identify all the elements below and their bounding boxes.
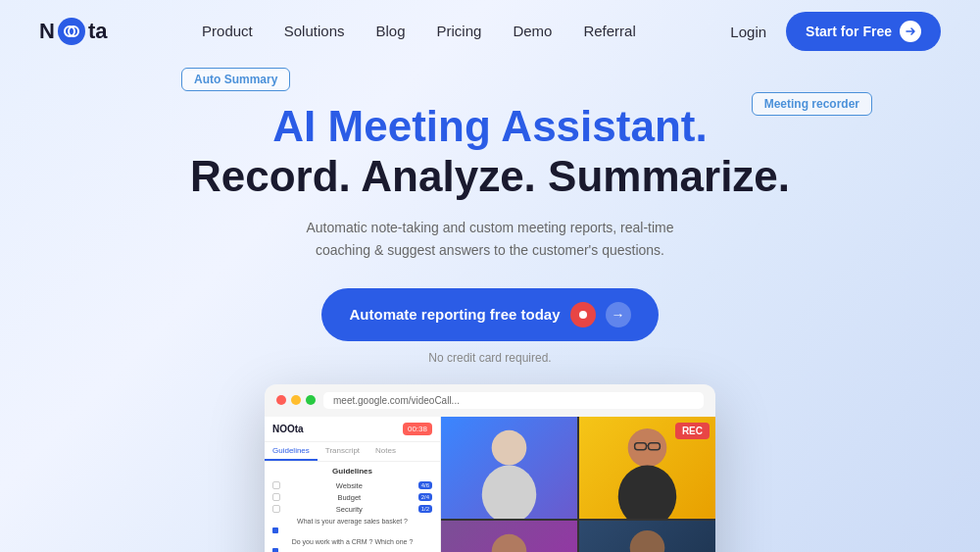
nav-item-pricing[interactable]: Pricing [437,23,482,39]
tab-guidelines[interactable]: Guidelines [265,442,318,461]
hero-subtitle: Automatic note-taking and custom meeting… [279,217,701,261]
hero-title-blue: AI Meeting Assistant. [272,102,707,152]
browser-address-bar: meet.google.com/videoCall... [323,392,704,409]
logo-ta: ta [88,19,108,44]
meeting-recorder-badge: Meeting recorder [752,92,872,116]
video-cell-1 [441,417,577,519]
video-cell-3 [441,521,577,552]
browser-bar: meet.google.com/videoCall... [265,384,715,417]
svg-point-3 [482,465,536,518]
nav-links: Product Solutions Blog Pricing Demo Refe… [202,23,636,40]
start-free-button[interactable]: Start for Free [786,12,941,51]
check-item-website: Website 4/6 [272,481,432,490]
svg-point-8 [618,465,676,518]
automate-label: Automate reporting free today [349,306,560,323]
app-tabs: Guidelines Transcript Notes [265,442,440,462]
hero-title-black: Record. Analyze. Summarize. [190,152,790,202]
check-label-website: Website [284,481,415,490]
app-timer: 00:38 [403,423,432,435]
automate-button[interactable]: Automate reporting free today → [321,288,658,341]
nav-item-solutions[interactable]: Solutions [284,23,345,39]
q-badge-blue-1 [272,527,278,533]
nav-item-blog[interactable]: Blog [375,23,405,39]
navbar: N ta Product Solutions Blog Pricing Demo… [0,0,980,63]
browser-content: NOOta 00:38 Guidelines Transcript Notes … [265,417,715,552]
check-label-budget: Budget [284,493,415,502]
browser-dots [276,395,316,405]
question-text-1: What is your average sales basket ? [272,517,432,526]
logo[interactable]: N ta [39,18,107,45]
auto-summary-badge: Auto Summary [181,68,290,91]
video-panel: REC [441,417,715,552]
check-label-security: Security [284,505,415,514]
tab-transcript[interactable]: Transcript [318,442,368,461]
question-bar-2 [272,548,432,552]
app-section-title: Guidelines [265,462,440,478]
nav-right: Login Start for Free [730,12,941,51]
record-icon [570,302,596,327]
logo-n: N [39,19,55,44]
svg-point-2 [492,430,527,466]
app-panel: NOOta 00:38 Guidelines Transcript Notes … [265,417,441,552]
logo-circle-icon [58,18,85,45]
check-badge-budget: 2/4 [418,493,432,501]
close-dot [276,395,286,405]
question-bar-1 [272,527,432,533]
svg-point-9 [492,534,527,552]
hero-section: Auto Summary Meeting recorder AI Meeting… [0,63,980,552]
svg-point-11 [630,530,665,552]
video-cell-4 [579,521,715,552]
arrow-right-icon: → [606,302,631,327]
tab-notes[interactable]: Notes [368,442,404,461]
question-1: What is your average sales basket ? [272,517,432,533]
maximize-dot [306,395,316,405]
minimize-dot [291,395,301,405]
nav-item-demo[interactable]: Demo [513,23,552,39]
app-logo-small: NOOta [272,424,304,434]
question-2: Do you work with a CRM ? Which one ? [272,537,432,552]
rec-badge: REC [675,423,710,439]
checkbox-security[interactable] [272,505,280,513]
check-item-security: Security 1/2 [272,505,432,514]
no-credit-text: No credit card required. [428,351,551,365]
app-header: NOOta 00:38 [265,417,440,442]
arrow-right-icon [900,21,921,42]
question-text-2: Do you work with a CRM ? Which one ? [272,537,432,546]
login-link[interactable]: Login [730,24,766,40]
check-badge-website: 4/6 [418,481,432,489]
browser-mockup: meet.google.com/videoCall... NOOta 00:38… [265,384,715,552]
check-item-budget: Budget 2/4 [272,493,432,502]
nav-item-product[interactable]: Product [202,23,253,39]
checkbox-budget[interactable] [272,493,280,501]
q-badge-blue-2 [272,548,278,552]
app-checklist: Website 4/6 Budget 2/4 Security 1/2 [265,478,440,552]
svg-point-4 [628,428,667,468]
checkbox-website[interactable] [272,481,280,489]
check-badge-security: 1/2 [418,505,432,513]
nav-item-referral[interactable]: Referral [583,23,635,39]
